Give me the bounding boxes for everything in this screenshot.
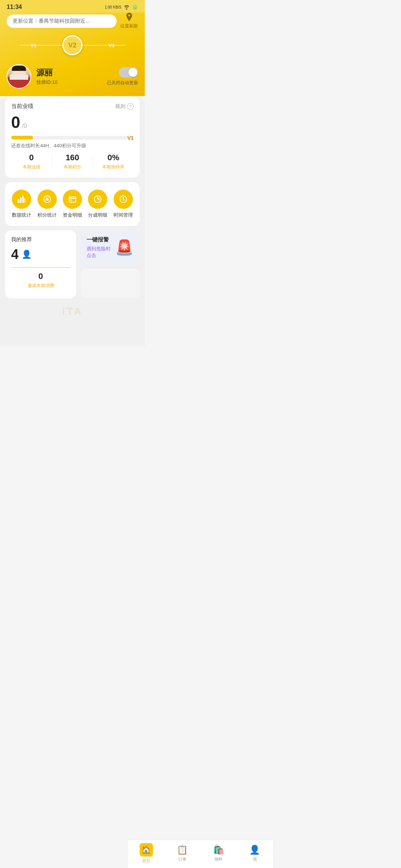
progress-v1-label: V1 (127, 135, 134, 141)
level-progress-bar: V1 V2 V3 (7, 35, 138, 55)
level-v2-badge: V2 (62, 35, 82, 55)
menu-label-share-details: 分成明细 (88, 212, 107, 218)
alert-title: 一键报警 (87, 236, 115, 243)
toggle-knob (128, 68, 137, 77)
performance-score: 0 (11, 113, 20, 131)
location-pin-icon (125, 13, 133, 22)
ad-card (81, 269, 140, 298)
alert-stack: 一键报警 遇到危险时点击 🚨 (81, 230, 140, 298)
fund-details-icon (63, 190, 82, 209)
svg-rect-2 (22, 196, 24, 203)
data-stats-icon (12, 190, 31, 209)
location-input[interactable] (7, 14, 117, 28)
points-stats-icon (38, 190, 57, 209)
question-circle-icon: ? (127, 103, 134, 110)
avatar (7, 64, 31, 89)
share-details-icon (88, 190, 107, 209)
rules-button[interactable]: 规则 ? (115, 103, 134, 110)
stat-item-addrate: 0% 本期加钟率 (93, 153, 134, 170)
progress-bar-bg (11, 136, 134, 139)
recommend-divider (11, 267, 70, 268)
profile-right: 已关闭自动更新 (107, 67, 138, 86)
alert-text-area: 一键报警 遇到危险时点击 (87, 236, 115, 259)
ita-watermark: iTA (0, 303, 145, 320)
progress-container: V1 (11, 136, 134, 139)
profile-section: 源丽 技师ID:10 已关闭自动更新 (7, 64, 138, 89)
stat-value-2: 0% (107, 153, 119, 162)
profile-id: 技师ID:10 (36, 79, 58, 86)
location-refresh-button[interactable]: 位置刷新 (120, 13, 138, 29)
menu-label-time-manage: 时间管理 (114, 212, 133, 218)
recommend-sub-value: 0 (11, 272, 70, 281)
recommend-card: 我的推荐 4 👤 0 邀请本期消费 (5, 230, 76, 298)
status-bar: 11:34 1.00 KB/S 🔋 (0, 0, 145, 13)
recommend-sub-label: 邀请本期消费 (11, 283, 70, 289)
performance-card: 当前业绩 规则 ? 0 /0 V1 还差在线时长44H、440积分可升级 0 本… (5, 97, 140, 178)
performance-header: 当前业绩 规则 ? (11, 103, 134, 110)
profile-info: 源丽 技师ID:10 (36, 67, 58, 86)
stat-label-1: 本期积分 (63, 164, 81, 170)
location-bar: 位置刷新 (7, 13, 138, 29)
stat-label-0: 本期业绩 (23, 164, 40, 170)
auto-update-text: 已关闭自动更新 (107, 80, 138, 86)
stats-row: 0 本期业绩 160 本期积分 0% 本期加钟率 (11, 149, 134, 172)
status-time: 11:34 (7, 4, 22, 10)
menu-item-fund-details[interactable]: 资金明细 (63, 190, 82, 218)
svg-rect-8 (70, 200, 72, 201)
location-refresh-label: 位置刷新 (120, 23, 138, 29)
nav-spacer (0, 320, 145, 346)
rules-label: 规则 (115, 103, 125, 110)
alert-bell-icon: 🚨 (115, 239, 134, 256)
level-v1-label: V1 (30, 43, 36, 48)
battery-icon: 🔋 (132, 4, 138, 10)
level-v3-label: V3 (108, 43, 114, 48)
menu-item-time-manage[interactable]: 时间管理 (114, 190, 133, 218)
network-speed: 1.00 KB/S (105, 5, 121, 9)
menu-item-share-details[interactable]: 分成明细 (88, 190, 107, 218)
main-content: 当前业绩 规则 ? 0 /0 V1 还差在线时长44H、440积分可升级 0 本… (0, 97, 145, 346)
svg-rect-1 (20, 197, 22, 203)
stat-label-2: 本期加钟率 (102, 164, 124, 170)
time-manage-icon (114, 190, 133, 209)
alert-card[interactable]: 一键报警 遇到危险时点击 🚨 (81, 230, 140, 265)
alert-sub-text[interactable]: 遇到危险时点击 (87, 246, 115, 259)
profile-left: 源丽 技师ID:10 (7, 64, 58, 89)
menu-label-points-stats: 积分统计 (38, 212, 57, 218)
stat-value-0: 0 (29, 153, 34, 162)
quick-menu-card: 数据统计 积分统计 资金明细 (5, 182, 140, 226)
performance-title: 当前业绩 (11, 103, 33, 110)
menu-item-points-stats[interactable]: 积分统计 (38, 190, 57, 218)
header-section: 位置刷新 V1 V2 V3 (0, 13, 145, 96)
performance-score-sub: /0 (22, 123, 27, 129)
menu-label-fund-details: 资金明细 (63, 212, 82, 218)
recommend-count-row: 4 👤 (11, 247, 70, 262)
recommend-person-icon: 👤 (22, 250, 32, 259)
upgrade-text: 还差在线时长44H、440积分可升级 (11, 142, 134, 149)
status-icons: 1.00 KB/S 🔋 (105, 4, 138, 10)
auto-update-toggle[interactable] (119, 67, 138, 78)
menu-item-data-stats[interactable]: 数据统计 (12, 190, 31, 218)
recommend-count: 4 (11, 247, 19, 262)
menu-label-data-stats: 数据统计 (12, 212, 31, 218)
wifi-icon (123, 4, 130, 10)
svg-rect-0 (18, 199, 19, 203)
stat-item-performance: 0 本期业绩 (11, 153, 52, 170)
performance-score-row: 0 /0 (11, 114, 134, 131)
recommend-title: 我的推荐 (11, 236, 70, 243)
profile-name: 源丽 (36, 67, 58, 78)
stat-item-points: 160 本期积分 (52, 153, 92, 170)
svg-rect-3 (25, 198, 25, 203)
bottom-row: 我的推荐 4 👤 0 邀请本期消费 一键报警 遇到危险时点击 🚨 (5, 230, 140, 298)
stat-value-1: 160 (66, 153, 79, 162)
svg-rect-7 (69, 197, 76, 202)
svg-point-6 (46, 198, 48, 200)
progress-bar-fill (11, 136, 33, 139)
